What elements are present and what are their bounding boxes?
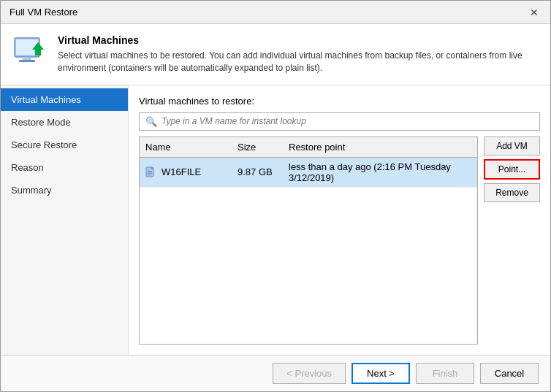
sidebar-item-virtual-machines[interactable]: Virtual Machines	[1, 88, 128, 111]
add-vm-button[interactable]: Add VM	[484, 137, 540, 155]
table-wrapper: Name Size Restore point	[139, 137, 540, 345]
body: Virtual Machines Restore Mode Secure Res…	[1, 85, 550, 355]
header-description: Select virtual machines to be restored. …	[58, 50, 539, 74]
finish-button[interactable]: Finish	[416, 363, 474, 384]
svg-rect-2	[23, 57, 31, 60]
header-section: Virtual Machines Select virtual machines…	[1, 24, 550, 85]
next-button[interactable]: Next >	[352, 363, 410, 384]
side-buttons: Add VM Point... Remove	[478, 137, 540, 345]
svg-rect-9	[148, 174, 151, 175]
svg-rect-7	[148, 171, 152, 172]
previous-button[interactable]: < Previous	[273, 363, 346, 384]
sidebar-item-reason[interactable]: Reason	[1, 156, 128, 179]
sidebar: Virtual Machines Restore Mode Secure Res…	[1, 85, 129, 355]
col-header-restore: Restore point	[286, 140, 477, 154]
title-bar: Full VM Restore ✕	[1, 1, 550, 24]
cancel-button[interactable]: Cancel	[480, 363, 539, 384]
table-area: Name Size Restore point	[139, 137, 478, 345]
sidebar-item-secure-restore[interactable]: Secure Restore	[1, 134, 128, 156]
remove-button[interactable]: Remove	[484, 183, 540, 202]
header-title: Virtual Machines	[58, 34, 539, 46]
col-header-size: Size	[235, 140, 286, 154]
svg-rect-8	[148, 172, 152, 173]
main-content: Virtual machines to restore: 🔍 Name Size…	[129, 85, 550, 355]
cell-restore: less than a day ago (2:16 PM Tuesday 3/1…	[286, 160, 477, 185]
sidebar-item-restore-mode[interactable]: Restore Mode	[1, 111, 128, 134]
section-label: Virtual machines to restore:	[139, 96, 540, 107]
header-icon	[12, 34, 48, 69]
dialog-title: Full VM Restore	[10, 7, 77, 18]
search-input[interactable]	[162, 116, 533, 126]
footer: < Previous Next > Finish Cancel	[1, 355, 550, 391]
search-icon: 🔍	[145, 116, 157, 127]
vm-file-icon	[145, 166, 157, 178]
col-header-name: Name	[140, 140, 235, 154]
search-box[interactable]: 🔍	[139, 112, 540, 131]
full-vm-restore-dialog: Full VM Restore ✕ Virtual Machines Selec…	[0, 0, 551, 392]
table-header: Name Size Restore point	[140, 137, 477, 158]
cell-name: W16FILE	[140, 165, 235, 180]
header-text: Virtual Machines Select virtual machines…	[58, 34, 539, 74]
table-row[interactable]: W16FILE 9.87 GB less than a day ago (2:1…	[140, 158, 477, 188]
sidebar-item-summary[interactable]: Summary	[1, 179, 128, 201]
cell-size: 9.87 GB	[235, 165, 286, 179]
vm-restore-icon	[13, 35, 47, 69]
point-button[interactable]: Point...	[484, 159, 540, 180]
table-body: W16FILE 9.87 GB less than a day ago (2:1…	[140, 158, 477, 344]
svg-rect-3	[19, 60, 35, 62]
close-button[interactable]: ✕	[527, 5, 542, 20]
